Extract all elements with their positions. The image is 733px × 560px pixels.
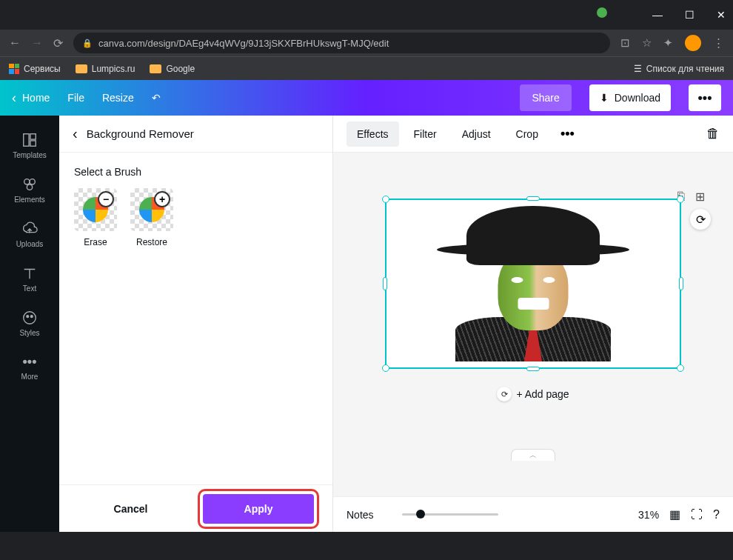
svg-point-8 <box>30 315 33 317</box>
canvas-body[interactable]: ⎘ ⊞ ⟳ ⟳+ Add page ︿ <box>333 153 733 496</box>
zoom-level: 31% <box>638 509 659 521</box>
close-window-icon[interactable]: ✕ <box>717 9 726 21</box>
more-button[interactable]: ••• <box>689 84 721 111</box>
update-indicator-icon <box>597 7 607 18</box>
reading-list[interactable]: ☰Список для чтения <box>634 64 724 74</box>
add-page-icon[interactable]: ⊞ <box>695 190 705 204</box>
rail-more[interactable]: •••More <box>0 347 59 388</box>
notes-button[interactable]: Notes <box>347 509 374 521</box>
panel-header: ‹ Background Remover <box>59 116 332 153</box>
rail-elements[interactable]: Elements <box>0 169 59 210</box>
translate-icon[interactable]: ⊡ <box>620 36 630 50</box>
bookmarks-bar: Сервисы Lumpics.ru Google ☰Список для чт… <box>0 56 733 80</box>
bookmark-services[interactable]: Сервисы <box>9 64 61 74</box>
rotate-icon[interactable]: ⟳ <box>690 209 711 230</box>
toolbar-more-icon[interactable]: ••• <box>553 126 582 141</box>
extensions-icon[interactable]: ✦ <box>663 36 673 50</box>
resize-handle[interactable] <box>679 277 683 290</box>
bookmark-google[interactable]: Google <box>150 64 195 74</box>
bookmark-lumpics[interactable]: Lumpics.ru <box>76 64 135 74</box>
profile-avatar[interactable] <box>685 35 701 51</box>
resize-handle[interactable] <box>526 367 540 371</box>
canvas-area: Effects Filter Adjust Crop ••• 🗑 ⎘ ⊞ <box>333 116 733 532</box>
undo-icon[interactable]: ↶ <box>152 92 161 104</box>
forward-icon: → <box>31 36 43 50</box>
resize-handle[interactable] <box>382 364 389 372</box>
rail-styles[interactable]: Styles <box>0 302 59 344</box>
selection-frame[interactable]: ⟳ <box>385 199 681 369</box>
url-field[interactable]: 🔒 canva.com/design/DAEg4v4qWVg/9J13jSKXF… <box>73 33 610 53</box>
brush-restore[interactable]: + Restore <box>130 188 173 247</box>
minimize-icon[interactable]: — <box>652 9 663 21</box>
adjust-button[interactable]: Adjust <box>452 121 501 147</box>
maximize-icon[interactable]: ☐ <box>685 9 694 21</box>
grid-view-icon[interactable]: ▦ <box>669 507 680 521</box>
panel-title: Background Remover <box>87 127 194 140</box>
add-page-button[interactable]: ⟳+ Add page <box>355 387 711 401</box>
svg-point-4 <box>30 179 35 184</box>
svg-point-5 <box>27 184 32 190</box>
resize-handle[interactable] <box>677 196 684 203</box>
resize-button[interactable]: Resize <box>102 92 134 104</box>
rail-text[interactable]: Text <box>0 258 59 299</box>
back-chevron-icon[interactable]: ‹ <box>73 125 78 142</box>
canva-header: ‹Home File Resize ↶ Share ⬇Download ••• <box>0 80 733 116</box>
trash-icon[interactable]: 🗑 <box>706 126 720 141</box>
bottom-bar: Notes 31% ▦ ⛶ ? <box>333 496 733 532</box>
svg-point-6 <box>24 311 36 324</box>
sync-icon: ⟳ <box>497 387 512 401</box>
list-icon: ☰ <box>634 64 642 74</box>
address-bar: ← → ⟳ 🔒 canva.com/design/DAEg4v4qWVg/9J1… <box>0 30 733 56</box>
svg-rect-2 <box>30 140 36 145</box>
help-icon[interactable]: ? <box>713 508 720 521</box>
url-text: canva.com/design/DAEg4v4qWVg/9J13jSKXFBr… <box>98 38 389 49</box>
window-controls: — ☐ ✕ <box>0 0 733 30</box>
menu-icon[interactable]: ⋮ <box>713 36 724 50</box>
lock-icon: 🔒 <box>82 39 93 48</box>
minus-icon: − <box>98 191 114 207</box>
plus-icon: + <box>154 191 170 207</box>
download-icon: ⬇ <box>600 92 609 104</box>
cancel-button[interactable]: Cancel <box>73 494 189 524</box>
image-toolbar: Effects Filter Adjust Crop ••• 🗑 <box>333 116 733 153</box>
crop-button[interactable]: Crop <box>506 121 549 147</box>
file-button[interactable]: File <box>67 92 84 104</box>
reload-icon[interactable]: ⟳ <box>53 36 63 50</box>
resize-handle[interactable] <box>383 277 387 290</box>
svg-rect-1 <box>30 133 36 139</box>
expand-chevron-icon[interactable]: ︿ <box>511 449 555 461</box>
svg-point-3 <box>24 179 30 184</box>
resize-handle[interactable] <box>382 196 389 203</box>
filter-button[interactable]: Filter <box>404 121 447 147</box>
resize-handle[interactable] <box>526 196 540 201</box>
fullscreen-icon[interactable]: ⛶ <box>691 508 703 521</box>
canvas-image <box>437 206 629 361</box>
rail-uploads[interactable]: Uploads <box>0 213 59 255</box>
brush-erase[interactable]: − Erase <box>74 188 117 247</box>
share-button[interactable]: Share <box>520 84 571 111</box>
apply-button[interactable]: Apply <box>203 494 314 524</box>
side-panel: ‹ Background Remover Select a Brush − Er… <box>59 116 333 532</box>
zoom-slider[interactable] <box>402 513 498 516</box>
effects-button[interactable]: Effects <box>347 121 399 147</box>
apply-highlight: Apply <box>198 489 319 529</box>
bookmark-star-icon[interactable]: ☆ <box>642 36 652 50</box>
select-brush-label: Select a Brush <box>74 166 318 178</box>
svg-rect-0 <box>24 133 29 146</box>
download-button[interactable]: ⬇Download <box>589 84 671 111</box>
resize-handle[interactable] <box>677 364 684 372</box>
rail-templates[interactable]: Templates <box>0 124 59 166</box>
home-button[interactable]: ‹Home <box>12 90 50 106</box>
icon-rail: Templates Elements Uploads Text Styles •… <box>0 116 59 532</box>
back-icon[interactable]: ← <box>9 36 21 50</box>
svg-point-7 <box>27 315 29 317</box>
